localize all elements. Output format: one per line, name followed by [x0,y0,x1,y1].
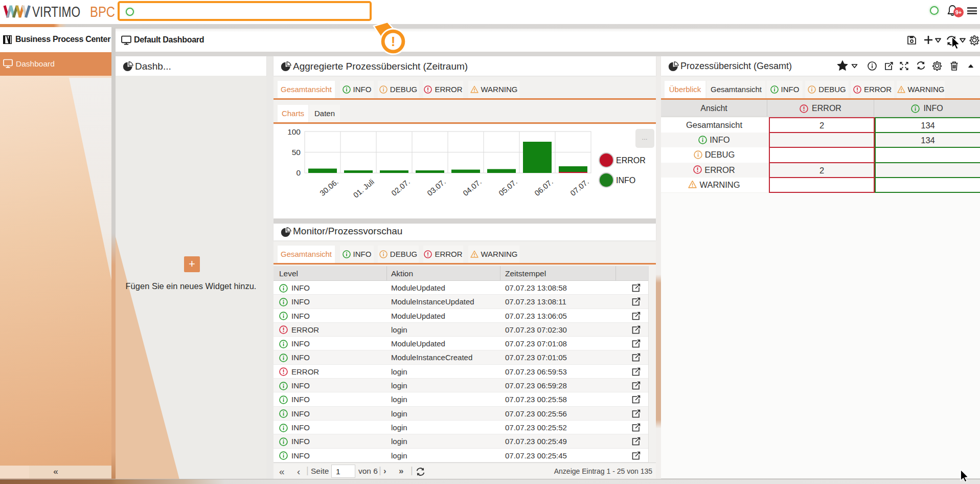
svg-text:!: ! [391,34,396,49]
svg-text:0: 0 [296,168,301,177]
svg-text:100: 100 [287,127,301,136]
svg-text:01. Juli: 01. Juli [352,177,376,200]
svg-text:ERROR: ERROR [616,156,646,165]
svg-text:06.07.: 06.07. [533,177,555,197]
svg-text:30.06.: 30.06. [318,177,340,197]
svg-text:VIRTIMO: VIRTIMO [32,3,80,20]
svg-text:03.07.: 03.07. [425,177,447,197]
svg-text:07.07.: 07.07. [568,177,590,197]
svg-text:...: ... [642,134,648,141]
svg-text:50: 50 [292,148,301,157]
svg-text:INFO: INFO [616,176,635,185]
svg-text:04.07.: 04.07. [461,177,483,197]
svg-text:02.07.: 02.07. [390,177,412,197]
svg-text:BPC: BPC [90,3,115,20]
svg-text:05.07.: 05.07. [497,177,519,197]
